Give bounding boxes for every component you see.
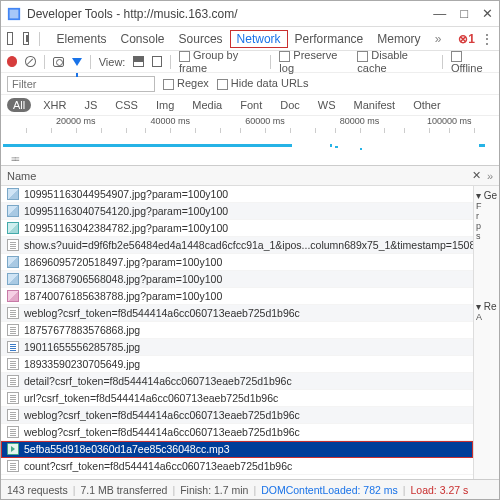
resource-icon [7, 443, 19, 455]
request-row[interactable]: 18713687906568048.jpg?param=100y100 [1, 271, 473, 288]
offline-checkbox[interactable]: Offline [451, 49, 493, 74]
tab-console[interactable]: Console [114, 30, 172, 48]
request-row[interactable]: 109951163040754120.jpg?param=100y100 [1, 203, 473, 220]
resource-icon [7, 341, 19, 353]
tab-elements[interactable]: Elements [49, 30, 113, 48]
request-name: 18757677883576868.jpg [24, 324, 140, 336]
hide-dataurls-checkbox[interactable]: Hide data URLs [217, 77, 309, 90]
devtools-icon [7, 7, 21, 21]
overview-marker [330, 144, 332, 147]
resource-icon [7, 358, 19, 370]
resource-icon [7, 460, 19, 472]
filter-xhr[interactable]: XHR [37, 98, 72, 112]
side-group[interactable]: ▾ Re [476, 301, 497, 312]
minimize-button[interactable]: — [433, 6, 446, 21]
waterfall-icon[interactable] [152, 56, 162, 67]
request-name: weblog?csrf_token=f8d544414a6cc060713eae… [24, 307, 300, 319]
request-row[interactable]: url?csrf_token=f8d544414a6cc060713eaeb72… [1, 390, 473, 407]
filter-manifest[interactable]: Manifest [348, 98, 402, 112]
request-name: 18713687906568048.jpg?param=100y100 [24, 273, 222, 285]
request-row[interactable]: 19011655556285785.jpg [1, 339, 473, 356]
disable-cache-checkbox[interactable]: Disable cache [357, 49, 434, 74]
tabs-overflow[interactable]: » [428, 30, 449, 48]
filter-icon[interactable] [72, 58, 82, 66]
request-row[interactable]: 109951163042384782.jpg?param=100y100 [1, 220, 473, 237]
columns-overflow[interactable]: » [487, 170, 493, 182]
close-panel-icon[interactable]: ✕ [472, 169, 481, 182]
timeline-overview[interactable]: 20000 ms 40000 ms 60000 ms 80000 ms 1000… [1, 116, 499, 166]
resource-icon [7, 256, 19, 268]
overview-marker [360, 148, 362, 150]
tab-sources[interactable]: Sources [172, 30, 230, 48]
tick-label: 80000 ms [340, 116, 380, 126]
resource-icon [7, 290, 19, 302]
filter-other[interactable]: Other [407, 98, 447, 112]
request-name: show.s?uuid=d9f6fb2e56484ed4a1448cad6cfc… [24, 239, 473, 251]
filter-font[interactable]: Font [234, 98, 268, 112]
tab-performance[interactable]: Performance [288, 30, 371, 48]
request-row[interactable]: weblog?csrf_token=f8d544414a6cc060713eae… [1, 407, 473, 424]
request-row[interactable]: detail?csrf_token=f8d544414a6cc060713eae… [1, 373, 473, 390]
separator [442, 55, 443, 69]
filter-img[interactable]: Img [150, 98, 180, 112]
request-row[interactable]: 109951163044954907.jpg?param=100y100 [1, 186, 473, 203]
request-row[interactable]: weblog?csrf_token=f8d544414a6cc060713eae… [1, 305, 473, 322]
request-row[interactable]: 5efba55d918e0360d1a7ee85c36048cc.mp3 [1, 441, 473, 458]
request-row[interactable]: count?csrf_token=f8d544414a6cc060713eaeb… [1, 458, 473, 475]
resource-icon [7, 409, 19, 421]
request-row[interactable]: show.s?uuid=d9f6fb2e56484ed4a1448cad6cfc… [1, 237, 473, 254]
svg-rect-1 [10, 9, 19, 18]
request-row[interactable]: weblog?csrf_token=f8d544414a6cc060713eae… [1, 424, 473, 441]
overview-marker [335, 146, 338, 148]
request-row[interactable]: 18740076185638788.jpg?param=100y100 [1, 288, 473, 305]
request-name: 18933590230705649.jpg [24, 358, 140, 370]
request-row[interactable]: 18933590230705649.jpg [1, 356, 473, 373]
filter-ws[interactable]: WS [312, 98, 342, 112]
tab-memory[interactable]: Memory [370, 30, 427, 48]
resource-icon [7, 426, 19, 438]
status-transferred: 7.1 MB transferred [80, 484, 167, 496]
request-list[interactable]: 109951163044954907.jpg?param=100y1001099… [1, 186, 473, 479]
status-domcontentloaded: DOMContentLoaded: 782 ms [261, 484, 398, 496]
tick-label: 20000 ms [56, 116, 96, 126]
tab-network[interactable]: Network [230, 30, 288, 48]
side-group[interactable]: ▾ Ge [476, 190, 497, 201]
close-button[interactable]: ✕ [482, 6, 493, 21]
filter-input[interactable] [7, 76, 155, 92]
request-name: detail?csrf_token=f8d544414a6cc060713eae… [24, 375, 292, 387]
filter-js[interactable]: JS [78, 98, 103, 112]
timeline-handle[interactable]: ≡≡ [11, 154, 18, 164]
request-name: 109951163040754120.jpg?param=100y100 [24, 205, 228, 217]
large-rows-icon[interactable] [133, 56, 143, 67]
group-by-frame-checkbox[interactable]: Group by frame [179, 49, 262, 74]
maximize-button[interactable]: □ [460, 6, 468, 21]
preserve-log-checkbox[interactable]: Preserve log [279, 49, 349, 74]
record-button[interactable] [7, 56, 17, 67]
error-badge[interactable]: ⊗1 [458, 32, 475, 46]
request-row[interactable]: 18696095720518497.jpg?param=100y100 [1, 254, 473, 271]
request-row[interactable]: 18757677883576868.jpg [1, 322, 473, 339]
overview-bar [3, 144, 292, 147]
request-name: url?csrf_token=f8d544414a6cc060713eaeb72… [24, 392, 278, 404]
tick-label: 40000 ms [151, 116, 191, 126]
filter-doc[interactable]: Doc [274, 98, 306, 112]
settings-menu-icon[interactable]: ⋮ [481, 32, 493, 46]
filter-css[interactable]: CSS [109, 98, 144, 112]
screenshot-icon[interactable] [53, 57, 64, 67]
column-name[interactable]: Name [7, 170, 36, 182]
separator [270, 55, 271, 69]
clear-button[interactable] [25, 56, 35, 67]
separator [90, 55, 91, 69]
device-icon[interactable] [23, 32, 29, 45]
filter-media[interactable]: Media [186, 98, 228, 112]
request-name: 109951163042384782.jpg?param=100y100 [24, 222, 228, 234]
resource-icon [7, 324, 19, 336]
inspect-icon[interactable] [7, 32, 13, 45]
status-finish: Finish: 1.7 min [180, 484, 248, 496]
regex-checkbox[interactable]: Regex [163, 77, 209, 90]
filter-all[interactable]: All [7, 98, 31, 112]
resource-icon [7, 307, 19, 319]
request-name: 18696095720518497.jpg?param=100y100 [24, 256, 222, 268]
resource-icon [7, 205, 19, 217]
overview-marker [479, 144, 485, 147]
